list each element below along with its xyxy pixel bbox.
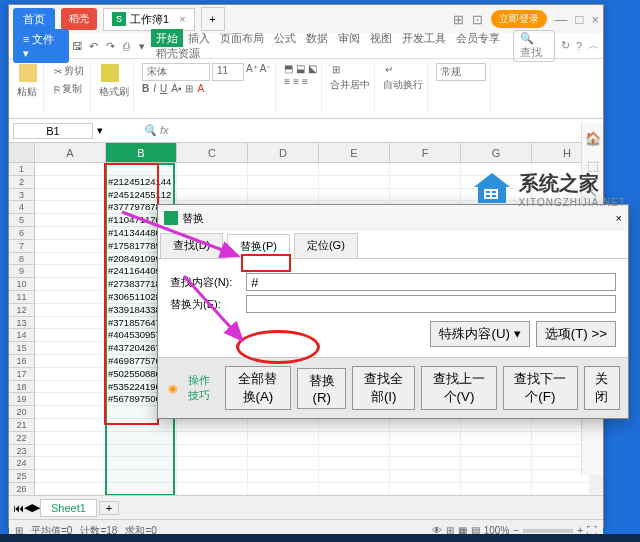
more-icon[interactable]: ▾ bbox=[135, 38, 149, 54]
sheet-tab-1[interactable]: Sheet1 bbox=[40, 499, 97, 517]
cell[interactable] bbox=[177, 432, 248, 445]
cell[interactable] bbox=[106, 445, 177, 458]
cell[interactable] bbox=[35, 189, 106, 202]
cell[interactable] bbox=[461, 419, 532, 432]
row-header[interactable]: 12 bbox=[9, 304, 35, 317]
align-right-icon[interactable]: ≡ bbox=[302, 76, 308, 87]
cell[interactable] bbox=[35, 265, 106, 278]
replace-all-button[interactable]: 全部替换(A) bbox=[225, 366, 292, 410]
cell[interactable] bbox=[177, 176, 248, 189]
close-button[interactable]: 关闭 bbox=[584, 366, 620, 410]
notify-icon[interactable]: ⊡ bbox=[472, 12, 483, 27]
cell[interactable] bbox=[35, 329, 106, 342]
cell[interactable] bbox=[35, 227, 106, 240]
cell[interactable] bbox=[461, 432, 532, 445]
tips-link[interactable]: 操作技巧 bbox=[188, 373, 219, 403]
redo-icon[interactable]: ↷ bbox=[103, 38, 117, 54]
align-center-icon[interactable]: ≡ bbox=[293, 76, 299, 87]
cell[interactable] bbox=[461, 176, 532, 189]
special-content-button[interactable]: 特殊内容(U) ▾ bbox=[430, 321, 529, 347]
cell[interactable] bbox=[35, 406, 106, 419]
cut-button[interactable]: ✂ 剪切 bbox=[52, 63, 86, 79]
cell[interactable] bbox=[35, 393, 106, 406]
cell[interactable] bbox=[106, 419, 177, 432]
row-header[interactable]: 1 bbox=[9, 163, 35, 176]
cell[interactable] bbox=[35, 291, 106, 304]
align-bot-icon[interactable]: ⬕ bbox=[308, 63, 317, 74]
tab-home[interactable]: 首页 bbox=[13, 8, 55, 31]
tab-add[interactable]: + bbox=[201, 7, 225, 31]
row-header[interactable]: 14 bbox=[9, 329, 35, 342]
cell[interactable] bbox=[390, 445, 461, 458]
side-select-icon[interactable]: ⬚ bbox=[587, 158, 599, 173]
menu-tab-4[interactable]: 数据 bbox=[301, 29, 333, 47]
sheet-nav-first-icon[interactable]: ⏮ bbox=[13, 502, 24, 514]
cell[interactable] bbox=[35, 176, 106, 189]
cell[interactable] bbox=[390, 176, 461, 189]
cell[interactable] bbox=[248, 457, 319, 470]
minimize-icon[interactable]: — bbox=[555, 12, 568, 27]
cell[interactable] bbox=[390, 457, 461, 470]
select-all-corner[interactable] bbox=[9, 143, 35, 162]
menu-tab-8[interactable]: 会员专享 bbox=[451, 29, 505, 47]
login-button[interactable]: 立即登录 bbox=[491, 10, 547, 28]
search-button[interactable]: 🔍 查找 bbox=[513, 30, 555, 62]
cell[interactable] bbox=[248, 176, 319, 189]
sync-icon[interactable]: ↻ bbox=[561, 39, 570, 52]
cell[interactable] bbox=[35, 368, 106, 381]
cell[interactable] bbox=[35, 445, 106, 458]
cell[interactable] bbox=[35, 253, 106, 266]
cell[interactable] bbox=[390, 189, 461, 202]
format-painter-button[interactable] bbox=[99, 63, 129, 83]
cell[interactable] bbox=[319, 163, 390, 176]
menu-tab-6[interactable]: 视图 bbox=[365, 29, 397, 47]
cell[interactable] bbox=[35, 240, 106, 253]
tab-daoke[interactable]: 稻壳 bbox=[61, 8, 97, 30]
cell[interactable] bbox=[461, 470, 532, 483]
dialog-tab-replace[interactable]: 替换(P) bbox=[227, 234, 290, 259]
cell[interactable] bbox=[35, 163, 106, 176]
cell[interactable] bbox=[390, 483, 461, 495]
cell[interactable] bbox=[461, 189, 532, 202]
cell[interactable] bbox=[248, 163, 319, 176]
replace-button[interactable]: 替换(R) bbox=[297, 368, 346, 409]
italic-icon[interactable]: I bbox=[153, 83, 156, 94]
cell[interactable] bbox=[35, 419, 106, 432]
cell[interactable] bbox=[177, 189, 248, 202]
find-next-button[interactable]: 查找下一个(F) bbox=[503, 366, 578, 410]
row-header[interactable]: 5 bbox=[9, 214, 35, 227]
find-prev-button[interactable]: 查找上一个(V) bbox=[421, 366, 497, 410]
cell[interactable] bbox=[177, 419, 248, 432]
paste-button[interactable] bbox=[17, 63, 39, 83]
side-cursor-icon[interactable]: ↖ bbox=[587, 185, 598, 200]
decrease-font-icon[interactable]: A⁻ bbox=[260, 63, 272, 81]
fx-icon[interactable]: 🔍 fx bbox=[143, 124, 169, 137]
menu-tab-3[interactable]: 公式 bbox=[269, 29, 301, 47]
cell[interactable] bbox=[106, 470, 177, 483]
row-header[interactable]: 7 bbox=[9, 240, 35, 253]
row-header[interactable]: 11 bbox=[9, 291, 35, 304]
col-header-G[interactable]: G bbox=[461, 143, 532, 162]
cell[interactable] bbox=[248, 445, 319, 458]
wrap-button[interactable]: ↵ bbox=[383, 63, 423, 76]
cell[interactable] bbox=[35, 381, 106, 394]
col-header-B[interactable]: B bbox=[106, 143, 177, 162]
cell[interactable] bbox=[319, 445, 390, 458]
col-header-E[interactable]: E bbox=[319, 143, 390, 162]
zoom-slider[interactable] bbox=[523, 529, 573, 533]
merge-button[interactable]: ⊞ bbox=[330, 63, 370, 76]
row-header[interactable]: 24 bbox=[9, 457, 35, 470]
fill-color-icon[interactable]: A▪ bbox=[171, 83, 181, 94]
grid-icon[interactable]: ⊞ bbox=[453, 12, 464, 27]
cell[interactable] bbox=[461, 457, 532, 470]
row-header[interactable]: 8 bbox=[9, 253, 35, 266]
cell[interactable] bbox=[319, 457, 390, 470]
cell[interactable] bbox=[177, 163, 248, 176]
cell[interactable] bbox=[106, 457, 177, 470]
cell[interactable] bbox=[35, 457, 106, 470]
font-select[interactable]: 宋体 bbox=[142, 63, 210, 81]
row-header[interactable]: 22 bbox=[9, 432, 35, 445]
row-header[interactable]: 2 bbox=[9, 176, 35, 189]
cell[interactable] bbox=[319, 419, 390, 432]
row-header[interactable]: 25 bbox=[9, 470, 35, 483]
